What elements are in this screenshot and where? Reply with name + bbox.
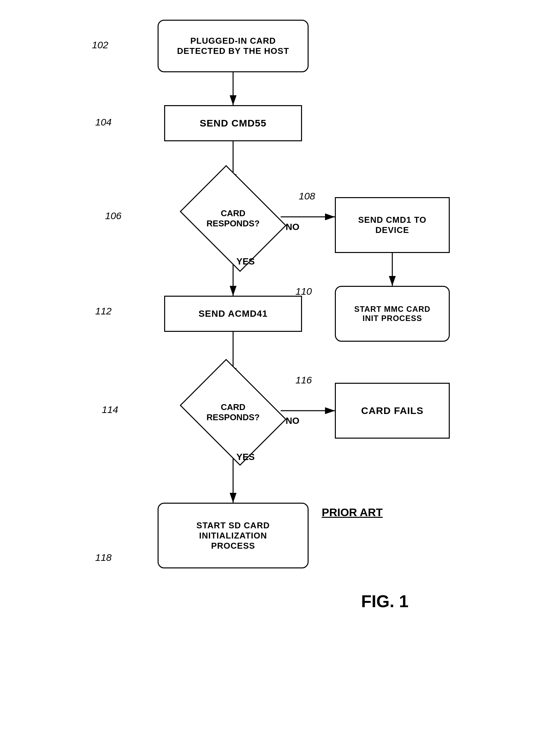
ref-118: 118 bbox=[95, 552, 112, 563]
node-108: SEND CMD1 TODEVICE bbox=[335, 197, 450, 253]
ref-106: 106 bbox=[105, 210, 122, 221]
diagram-container: PLUGGED-IN CARDDETECTED BY THE HOST 102 … bbox=[0, 0, 542, 756]
node102-label: PLUGGED-IN CARDDETECTED BY THE HOST bbox=[177, 36, 289, 56]
node-118: START SD CARDINITIALIZATIONPROCESS bbox=[158, 503, 308, 568]
no-label-106: NO bbox=[285, 222, 299, 232]
fig-label: FIG. 1 bbox=[361, 591, 408, 611]
node118-label: START SD CARDINITIALIZATIONPROCESS bbox=[196, 520, 270, 551]
node112-label: SEND ACMD41 bbox=[199, 309, 268, 319]
prior-art-label: PRIOR ART bbox=[322, 506, 383, 519]
ref-108: 108 bbox=[299, 191, 315, 202]
ref-116: 116 bbox=[295, 375, 312, 386]
ref-114: 114 bbox=[102, 404, 118, 415]
ref-102: 102 bbox=[92, 39, 108, 51]
node114-label: CARDRESPONDS? bbox=[207, 402, 260, 423]
node-114: CARDRESPONDS? bbox=[187, 376, 279, 448]
ref-112: 112 bbox=[95, 306, 112, 317]
node-102: PLUGGED-IN CARDDETECTED BY THE HOST bbox=[158, 20, 308, 72]
ref-104: 104 bbox=[95, 117, 112, 128]
node108-label: SEND CMD1 TODEVICE bbox=[358, 215, 426, 235]
node-104: SEND CMD55 bbox=[164, 105, 302, 141]
ref-110: 110 bbox=[295, 286, 312, 297]
yes-label-114: YES bbox=[237, 452, 255, 462]
node104-label: SEND CMD55 bbox=[200, 118, 266, 129]
node-110: START MMC CARDINIT PROCESS bbox=[335, 286, 450, 342]
no-label-114: NO bbox=[285, 416, 299, 426]
node110-label: START MMC CARDINIT PROCESS bbox=[354, 305, 430, 323]
node-112: SEND ACMD41 bbox=[164, 296, 302, 332]
yes-label-106: YES bbox=[237, 256, 255, 267]
node116-label: CARD FAILS bbox=[361, 405, 423, 416]
node106-label: CARDRESPONDS? bbox=[207, 208, 260, 229]
node-116: CARD FAILS bbox=[335, 383, 450, 439]
node-106: CARDRESPONDS? bbox=[187, 182, 279, 255]
